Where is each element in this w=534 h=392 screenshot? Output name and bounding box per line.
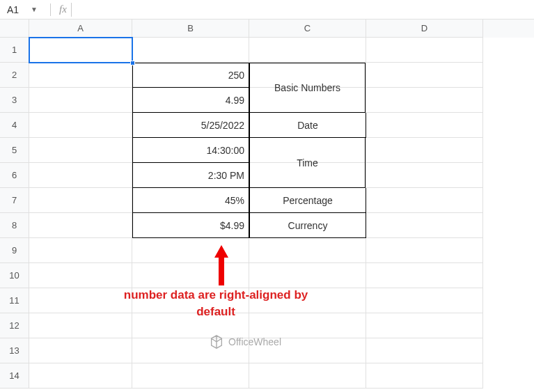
- cell-C1[interactable]: [249, 38, 366, 63]
- cell-D1[interactable]: [366, 38, 483, 63]
- arrow-icon: [213, 245, 230, 285]
- cell-A9[interactable]: [29, 238, 132, 263]
- cell-B1[interactable]: [132, 38, 249, 63]
- row-header-6[interactable]: 6: [0, 163, 29, 188]
- row-header-12[interactable]: 12: [0, 313, 29, 338]
- cell-A13[interactable]: [29, 338, 132, 363]
- row-9: 9: [0, 238, 534, 263]
- formula-input[interactable]: [71, 3, 531, 17]
- col-header-C[interactable]: C: [249, 19, 366, 38]
- row-5: 5 14:30:00 Time: [0, 138, 534, 163]
- cell-D6[interactable]: [366, 163, 483, 188]
- cell-value: 4.99: [226, 95, 244, 106]
- cell-B6[interactable]: 2:30 PM: [132, 163, 249, 188]
- cell-C2[interactable]: Basic Numbers: [249, 63, 366, 88]
- row-7: 7 45% Percentage: [0, 188, 534, 213]
- cell-C4[interactable]: Date: [249, 113, 366, 138]
- annotation-text: number data are right-aligned by default: [118, 287, 313, 320]
- cell-C10[interactable]: [249, 263, 366, 288]
- select-all-corner[interactable]: [0, 19, 29, 38]
- row-header-5[interactable]: 5: [0, 138, 29, 163]
- row-header-9[interactable]: 9: [0, 238, 29, 263]
- cell-D2[interactable]: [366, 63, 483, 88]
- logo-icon: [209, 334, 224, 350]
- cell-D3[interactable]: [366, 88, 483, 113]
- cell-D10[interactable]: [366, 263, 483, 288]
- cell-D14[interactable]: [366, 363, 483, 389]
- cell-value: $4.99: [220, 220, 244, 231]
- row-14: 14: [0, 363, 534, 389]
- row-header-11[interactable]: 11: [0, 288, 29, 313]
- cell-A10[interactable]: [29, 263, 132, 288]
- col-header-D[interactable]: D: [366, 19, 483, 38]
- cell-B5[interactable]: 14:30:00: [132, 138, 249, 163]
- row-header-3[interactable]: 3: [0, 88, 29, 113]
- row-8: 8 $4.99 Currency: [0, 213, 534, 238]
- cell-A6[interactable]: [29, 163, 132, 188]
- cell-A4[interactable]: [29, 113, 132, 138]
- cell-B10[interactable]: [132, 263, 249, 288]
- cell-B14[interactable]: [132, 363, 249, 389]
- cell-D11[interactable]: [366, 288, 483, 313]
- merged-basic-numbers: Basic Numbers: [249, 63, 366, 113]
- cell-value: 2:30 PM: [208, 170, 244, 181]
- cell-A5[interactable]: [29, 138, 132, 163]
- row-header-4[interactable]: 4: [0, 113, 29, 138]
- row-header-14[interactable]: 14: [0, 363, 29, 389]
- cell-B3[interactable]: 4.99: [132, 88, 249, 113]
- cell-A2[interactable]: [29, 63, 132, 88]
- cell-A12[interactable]: [29, 313, 132, 338]
- col-header-A[interactable]: A: [29, 19, 132, 38]
- cell-C9[interactable]: [249, 238, 366, 263]
- cell-A7[interactable]: [29, 188, 132, 213]
- row-2: 2 250 Basic Numbers: [0, 63, 534, 88]
- selection-handle[interactable]: [130, 61, 135, 65]
- cell-C7[interactable]: Percentage: [249, 188, 366, 213]
- divider: [50, 3, 51, 16]
- cell-D7[interactable]: [366, 188, 483, 213]
- col-header-B[interactable]: B: [132, 19, 249, 38]
- fx-label: fx: [59, 3, 67, 15]
- cell-B2[interactable]: 250: [132, 63, 249, 88]
- cell-A8[interactable]: [29, 213, 132, 238]
- selection-outline: [29, 37, 133, 63]
- cell-value: 45%: [225, 195, 244, 206]
- name-box-value: A1: [7, 4, 19, 15]
- cell-C8[interactable]: Currency: [249, 213, 366, 238]
- label: Currency: [288, 220, 328, 231]
- column-headers: A B C D: [0, 19, 534, 38]
- cell-D4[interactable]: [366, 113, 483, 138]
- cell-B4[interactable]: 5/25/2022: [132, 113, 249, 138]
- cell-D5[interactable]: [366, 138, 483, 163]
- row-header-2[interactable]: 2: [0, 63, 29, 88]
- cell-value: 250: [228, 70, 244, 81]
- row-4: 4 5/25/2022 Date: [0, 113, 534, 138]
- cell-value: 5/25/2022: [201, 120, 244, 131]
- cell-B7[interactable]: 45%: [132, 188, 249, 213]
- cell-C14[interactable]: [249, 363, 366, 389]
- row-header-7[interactable]: 7: [0, 188, 29, 213]
- cell-D8[interactable]: [366, 213, 483, 238]
- cell-B9[interactable]: [132, 238, 249, 263]
- merged-time: Time: [249, 138, 366, 188]
- row-header-1[interactable]: 1: [0, 38, 29, 63]
- cell-C5[interactable]: Time: [249, 138, 366, 163]
- cell-value: 14:30:00: [207, 145, 245, 156]
- cell-B8[interactable]: $4.99: [132, 213, 249, 238]
- row-10: 10: [0, 263, 534, 288]
- watermark-text: OfficeWheel: [228, 336, 281, 347]
- name-box-bar: A1 ▼ fx: [0, 0, 534, 19]
- row-header-8[interactable]: 8: [0, 213, 29, 238]
- row-header-13[interactable]: 13: [0, 338, 29, 363]
- cell-A11[interactable]: [29, 288, 132, 313]
- cell-A3[interactable]: [29, 88, 132, 113]
- chevron-down-icon: ▼: [31, 6, 38, 13]
- cell-A14[interactable]: [29, 363, 132, 389]
- row-header-10[interactable]: 10: [0, 263, 29, 288]
- cell-D9[interactable]: [366, 238, 483, 263]
- cell-D12[interactable]: [366, 313, 483, 338]
- cell-D13[interactable]: [366, 338, 483, 363]
- cell-A1[interactable]: [29, 38, 132, 63]
- label: Basic Numbers: [274, 82, 340, 93]
- name-box[interactable]: A1 ▼: [3, 3, 42, 17]
